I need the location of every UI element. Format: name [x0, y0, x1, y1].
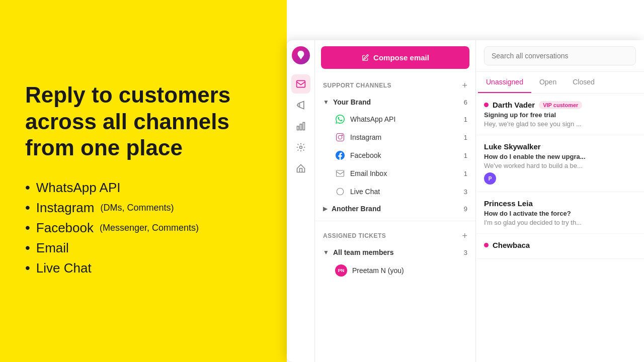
assigned-tickets-label: Assigned tickets: [323, 232, 386, 239]
livechat-channel-name: Live Chat: [350, 188, 380, 196]
chevron-down-icon: ▼: [323, 99, 329, 106]
hero-panel: Reply to customers across all channels f…: [0, 0, 287, 362]
facebook-channel-name: Facebook: [350, 151, 381, 159]
facebook-icon: [335, 150, 345, 160]
another-brand-name: Another Brand: [332, 205, 381, 213]
all-members-chevron: ▼: [323, 249, 329, 256]
conversation-panel: Unassigned Open Closed Darth Vader VIP c…: [476, 40, 644, 362]
svg-rect-2: [300, 124, 301, 130]
tab-unassigned[interactable]: Unassigned: [478, 72, 531, 93]
search-input[interactable]: [484, 46, 636, 65]
your-brand-count: 6: [464, 99, 467, 106]
conv-subject-luke-skywalker: How do I enable the new upgra...: [484, 153, 636, 160]
channel-item-instagram[interactable]: Instagram 1: [315, 128, 475, 146]
all-members-count: 3: [464, 249, 467, 256]
compose-icon: [361, 54, 369, 62]
conv-preview-darth-vader: Hey, we're glad to see you sign ...: [484, 120, 636, 128]
livechat-count: 3: [464, 188, 467, 196]
svg-rect-3: [303, 123, 304, 130]
conv-preview-luke-skywalker: We've worked hard to build a be...: [484, 162, 636, 169]
member-row-preetam[interactable]: PN Preetam N (you): [315, 260, 475, 281]
feature-list-item: Live Chat: [25, 260, 262, 276]
conversation-item-chewbaca[interactable]: Chewbaca: [476, 234, 644, 259]
whatsapp-count: 1: [464, 116, 467, 123]
divider: [315, 221, 475, 221]
search-bar: [476, 40, 644, 72]
app-panel: Compose email Support channels + ▼ Your …: [287, 40, 644, 362]
online-dot: [484, 103, 489, 107]
channel-item-facebook[interactable]: Facebook 1: [315, 146, 475, 164]
svg-point-6: [338, 135, 342, 139]
instagram-icon: [335, 132, 345, 142]
all-members-label: All team members: [333, 248, 394, 256]
support-channels-label: Support channels: [323, 82, 391, 89]
conv-name-princess-leia: Princess Leia: [484, 199, 533, 208]
compose-email-button[interactable]: Compose email: [321, 46, 469, 69]
conv-name-darth-vader: Darth Vader: [493, 101, 535, 109]
conversation-item-darth-vader[interactable]: Darth Vader VIP customer Signing up for …: [476, 94, 644, 135]
channel-item-email[interactable]: Email Inbox 1: [315, 164, 475, 183]
agent-avatar-luke: P: [484, 172, 496, 185]
feature-list-item: Facebook (Messenger, Comments): [25, 220, 262, 236]
nav-icon-chart[interactable]: [291, 117, 310, 136]
email-channel-name: Email Inbox: [350, 169, 387, 177]
feature-list: WhatsApp APIInstagram (DMs, Comments)Fac…: [25, 179, 262, 280]
conv-preview-princess-leia: I'm so glad you decided to try th...: [484, 219, 636, 226]
channel-sidebar: Compose email Support channels + ▼ Your …: [315, 40, 476, 362]
svg-rect-5: [337, 134, 344, 141]
chevron-right-icon: ▶: [323, 205, 328, 212]
svg-rect-1: [297, 126, 298, 130]
hero-title: Reply to customers across all channels f…: [25, 82, 262, 161]
your-brand-name: Your Brand: [333, 98, 371, 106]
compose-email-label: Compose email: [373, 53, 429, 62]
preetam-avatar: PN: [335, 264, 347, 277]
app-logo: [292, 46, 310, 64]
icon-nav: [287, 40, 315, 362]
whatsapp-channel-name: WhatsApp API: [350, 115, 395, 123]
email-count: 1: [464, 170, 467, 177]
tab-closed[interactable]: Closed: [565, 72, 603, 93]
feature-list-item: Instagram (DMs, Comments): [25, 200, 262, 216]
nav-icon-settings[interactable]: [291, 138, 310, 157]
tabs-row: Unassigned Open Closed: [476, 72, 644, 94]
svg-point-7: [342, 135, 343, 136]
svg-point-4: [299, 146, 302, 149]
channel-item-whatsapp[interactable]: WhatsApp API 1: [315, 110, 475, 128]
svg-rect-0: [296, 80, 305, 87]
conv-name-chewbaca: Chewbaca: [493, 241, 530, 249]
conv-subject-darth-vader: Signing up for free trial: [484, 111, 636, 119]
email-icon: [335, 168, 345, 178]
all-members-row[interactable]: ▼ All team members 3: [315, 244, 475, 260]
facebook-count: 1: [464, 152, 467, 159]
brand-row-your-brand[interactable]: ▼ Your Brand 6: [315, 94, 475, 110]
nav-icon-megaphone[interactable]: [291, 96, 310, 115]
conv-name-luke-skywalker: Luke Skywalker: [484, 142, 541, 151]
brand-row-another-brand[interactable]: ▶ Another Brand 9: [315, 201, 475, 217]
tab-open[interactable]: Open: [531, 72, 565, 93]
feature-list-item: WhatsApp API: [25, 179, 262, 196]
nav-icon-home[interactable]: [291, 159, 310, 178]
whatsapp-icon: [335, 114, 345, 124]
channel-item-livechat[interactable]: Live Chat 3: [315, 183, 475, 201]
conversation-list: Darth Vader VIP customer Signing up for …: [476, 94, 644, 362]
preetam-name: Preetam N (you): [352, 266, 404, 275]
vip-badge: VIP customer: [539, 101, 582, 109]
assigned-tickets-header: Assigned tickets +: [315, 225, 475, 244]
conv-subject-princess-leia: How do I activate the force?: [484, 210, 636, 217]
online-dot-chewbaca: [484, 243, 489, 247]
conversation-item-luke-skywalker[interactable]: Luke Skywalker How do I enable the new u…: [476, 135, 644, 192]
feature-list-item: Email: [25, 240, 262, 256]
svg-rect-8: [337, 170, 344, 176]
nav-icon-mail[interactable]: [291, 74, 310, 94]
instagram-count: 1: [464, 134, 467, 141]
support-channels-header: Support channels +: [315, 75, 475, 94]
livechat-icon: [335, 187, 345, 197]
conversation-item-princess-leia[interactable]: Princess Leia How do I activate the forc…: [476, 192, 644, 234]
another-brand-count: 9: [464, 205, 467, 213]
add-channel-button[interactable]: +: [462, 81, 467, 90]
instagram-channel-name: Instagram: [350, 133, 381, 141]
add-assigned-button[interactable]: +: [462, 231, 467, 240]
